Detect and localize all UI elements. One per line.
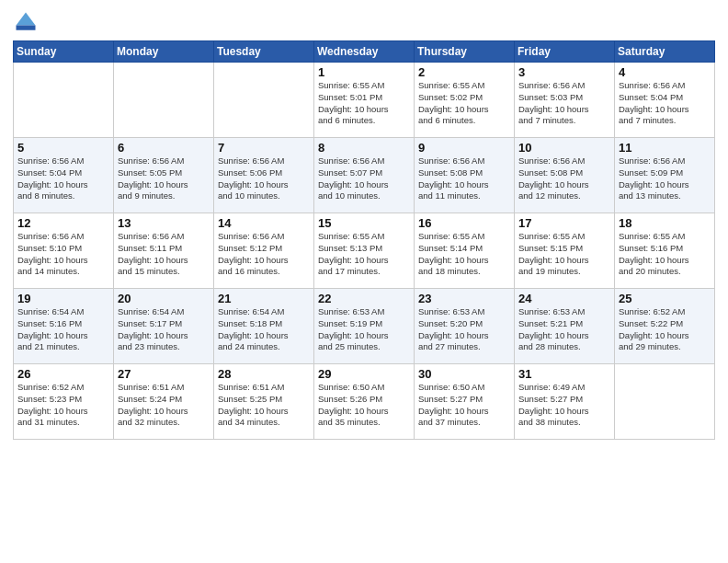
day-number: 15	[318, 216, 410, 230]
day-number: 23	[418, 292, 510, 305]
logo	[13, 9, 42, 35]
day-info: Sunrise: 6:55 AM Sunset: 5:14 PM Dayligh…	[418, 231, 510, 278]
calendar-header-friday: Friday	[515, 41, 615, 63]
svg-marker-0	[17, 13, 36, 26]
day-info: Sunrise: 6:56 AM Sunset: 5:04 PM Dayligh…	[619, 80, 711, 127]
calendar-week-row: 1Sunrise: 6:55 AM Sunset: 5:01 PM Daylig…	[14, 63, 715, 138]
calendar-cell: 18Sunrise: 6:55 AM Sunset: 5:16 PM Dayli…	[615, 213, 715, 289]
day-number: 26	[17, 367, 109, 381]
calendar-cell: 1Sunrise: 6:55 AM Sunset: 5:01 PM Daylig…	[314, 63, 415, 138]
day-info: Sunrise: 6:55 AM Sunset: 5:16 PM Dayligh…	[619, 231, 711, 278]
day-info: Sunrise: 6:56 AM Sunset: 5:11 PM Dayligh…	[118, 231, 210, 278]
calendar-cell: 28Sunrise: 6:51 AM Sunset: 5:25 PM Dayli…	[214, 364, 314, 440]
day-number: 4	[619, 65, 711, 79]
day-info: Sunrise: 6:53 AM Sunset: 5:21 PM Dayligh…	[518, 306, 610, 353]
day-info: Sunrise: 6:56 AM Sunset: 5:09 PM Dayligh…	[619, 155, 711, 202]
day-info: Sunrise: 6:55 AM Sunset: 5:01 PM Dayligh…	[318, 80, 410, 127]
calendar-header-saturday: Saturday	[615, 41, 715, 63]
calendar-header-monday: Monday	[114, 41, 214, 63]
calendar-header-wednesday: Wednesday	[314, 41, 415, 63]
day-info: Sunrise: 6:53 AM Sunset: 5:20 PM Dayligh…	[418, 306, 510, 353]
day-info: Sunrise: 6:56 AM Sunset: 5:07 PM Dayligh…	[318, 155, 410, 202]
day-info: Sunrise: 6:56 AM Sunset: 5:05 PM Dayligh…	[118, 155, 210, 202]
calendar-cell: 17Sunrise: 6:55 AM Sunset: 5:15 PM Dayli…	[515, 213, 615, 289]
day-info: Sunrise: 6:52 AM Sunset: 5:22 PM Dayligh…	[619, 306, 711, 353]
day-number: 18	[619, 216, 711, 230]
calendar-header-sunday: Sunday	[14, 41, 114, 63]
day-number: 17	[518, 216, 610, 230]
calendar-cell: 14Sunrise: 6:56 AM Sunset: 5:12 PM Dayli…	[214, 213, 314, 289]
day-number: 19	[17, 292, 109, 305]
calendar-cell: 21Sunrise: 6:54 AM Sunset: 5:18 PM Dayli…	[214, 289, 314, 364]
calendar-cell: 16Sunrise: 6:55 AM Sunset: 5:14 PM Dayli…	[415, 213, 515, 289]
calendar-cell: 31Sunrise: 6:49 AM Sunset: 5:27 PM Dayli…	[515, 364, 615, 440]
day-number: 25	[619, 292, 711, 305]
calendar-cell	[14, 63, 114, 138]
day-info: Sunrise: 6:55 AM Sunset: 5:13 PM Dayligh…	[318, 231, 410, 278]
day-number: 10	[518, 141, 610, 155]
calendar-header-row: SundayMondayTuesdayWednesdayThursdayFrid…	[14, 41, 715, 63]
day-number: 8	[318, 141, 410, 155]
calendar-cell: 24Sunrise: 6:53 AM Sunset: 5:21 PM Dayli…	[515, 289, 615, 364]
calendar-cell	[214, 63, 314, 138]
day-info: Sunrise: 6:50 AM Sunset: 5:26 PM Dayligh…	[318, 382, 410, 429]
day-number: 6	[118, 141, 210, 155]
calendar-cell: 30Sunrise: 6:50 AM Sunset: 5:27 PM Dayli…	[415, 364, 515, 440]
day-number: 14	[218, 216, 310, 230]
day-number: 31	[518, 367, 610, 381]
calendar-cell: 29Sunrise: 6:50 AM Sunset: 5:26 PM Dayli…	[314, 364, 415, 440]
day-info: Sunrise: 6:51 AM Sunset: 5:25 PM Dayligh…	[218, 382, 310, 429]
day-number: 2	[418, 65, 510, 79]
calendar-week-row: 12Sunrise: 6:56 AM Sunset: 5:10 PM Dayli…	[14, 213, 715, 289]
day-info: Sunrise: 6:56 AM Sunset: 5:03 PM Dayligh…	[518, 80, 610, 127]
day-info: Sunrise: 6:56 AM Sunset: 5:10 PM Dayligh…	[17, 231, 109, 278]
calendar-table: SundayMondayTuesdayWednesdayThursdayFrid…	[13, 40, 715, 440]
day-number: 28	[218, 367, 310, 381]
calendar-cell: 5Sunrise: 6:56 AM Sunset: 5:04 PM Daylig…	[14, 138, 114, 213]
day-number: 12	[17, 216, 109, 230]
calendar-cell: 27Sunrise: 6:51 AM Sunset: 5:24 PM Dayli…	[114, 364, 214, 440]
svg-rect-1	[17, 26, 36, 30]
day-info: Sunrise: 6:56 AM Sunset: 5:08 PM Dayligh…	[418, 155, 510, 202]
day-number: 20	[118, 292, 210, 305]
calendar-header-thursday: Thursday	[415, 41, 515, 63]
calendar-header-tuesday: Tuesday	[214, 41, 314, 63]
day-info: Sunrise: 6:54 AM Sunset: 5:18 PM Dayligh…	[218, 306, 310, 353]
calendar-cell: 22Sunrise: 6:53 AM Sunset: 5:19 PM Dayli…	[314, 289, 415, 364]
calendar-cell: 4Sunrise: 6:56 AM Sunset: 5:04 PM Daylig…	[615, 63, 715, 138]
calendar-week-row: 26Sunrise: 6:52 AM Sunset: 5:23 PM Dayli…	[14, 364, 715, 440]
day-info: Sunrise: 6:55 AM Sunset: 5:02 PM Dayligh…	[418, 80, 510, 127]
day-number: 29	[318, 367, 410, 381]
calendar-cell: 10Sunrise: 6:56 AM Sunset: 5:08 PM Dayli…	[515, 138, 615, 213]
day-number: 1	[318, 65, 410, 79]
calendar-cell: 3Sunrise: 6:56 AM Sunset: 5:03 PM Daylig…	[515, 63, 615, 138]
day-number: 5	[17, 141, 109, 155]
day-info: Sunrise: 6:52 AM Sunset: 5:23 PM Dayligh…	[17, 382, 109, 429]
calendar-cell: 2Sunrise: 6:55 AM Sunset: 5:02 PM Daylig…	[415, 63, 515, 138]
day-number: 7	[218, 141, 310, 155]
day-info: Sunrise: 6:49 AM Sunset: 5:27 PM Dayligh…	[518, 382, 610, 429]
day-number: 21	[218, 292, 310, 305]
calendar-cell: 9Sunrise: 6:56 AM Sunset: 5:08 PM Daylig…	[415, 138, 515, 213]
calendar-week-row: 5Sunrise: 6:56 AM Sunset: 5:04 PM Daylig…	[14, 138, 715, 213]
calendar-cell	[615, 364, 715, 440]
header	[13, 9, 715, 35]
calendar-cell: 20Sunrise: 6:54 AM Sunset: 5:17 PM Dayli…	[114, 289, 214, 364]
day-number: 13	[118, 216, 210, 230]
calendar-cell: 19Sunrise: 6:54 AM Sunset: 5:16 PM Dayli…	[14, 289, 114, 364]
day-info: Sunrise: 6:55 AM Sunset: 5:15 PM Dayligh…	[518, 231, 610, 278]
calendar-cell: 25Sunrise: 6:52 AM Sunset: 5:22 PM Dayli…	[615, 289, 715, 364]
calendar-cell: 12Sunrise: 6:56 AM Sunset: 5:10 PM Dayli…	[14, 213, 114, 289]
calendar-cell: 11Sunrise: 6:56 AM Sunset: 5:09 PM Dayli…	[615, 138, 715, 213]
calendar-cell: 26Sunrise: 6:52 AM Sunset: 5:23 PM Dayli…	[14, 364, 114, 440]
day-info: Sunrise: 6:50 AM Sunset: 5:27 PM Dayligh…	[418, 382, 510, 429]
day-info: Sunrise: 6:53 AM Sunset: 5:19 PM Dayligh…	[318, 306, 410, 353]
calendar-cell	[114, 63, 214, 138]
day-info: Sunrise: 6:56 AM Sunset: 5:12 PM Dayligh…	[218, 231, 310, 278]
day-number: 3	[518, 65, 610, 79]
day-number: 11	[619, 141, 711, 155]
day-number: 30	[418, 367, 510, 381]
day-info: Sunrise: 6:56 AM Sunset: 5:04 PM Dayligh…	[17, 155, 109, 202]
calendar-cell: 13Sunrise: 6:56 AM Sunset: 5:11 PM Dayli…	[114, 213, 214, 289]
calendar-cell: 15Sunrise: 6:55 AM Sunset: 5:13 PM Dayli…	[314, 213, 415, 289]
